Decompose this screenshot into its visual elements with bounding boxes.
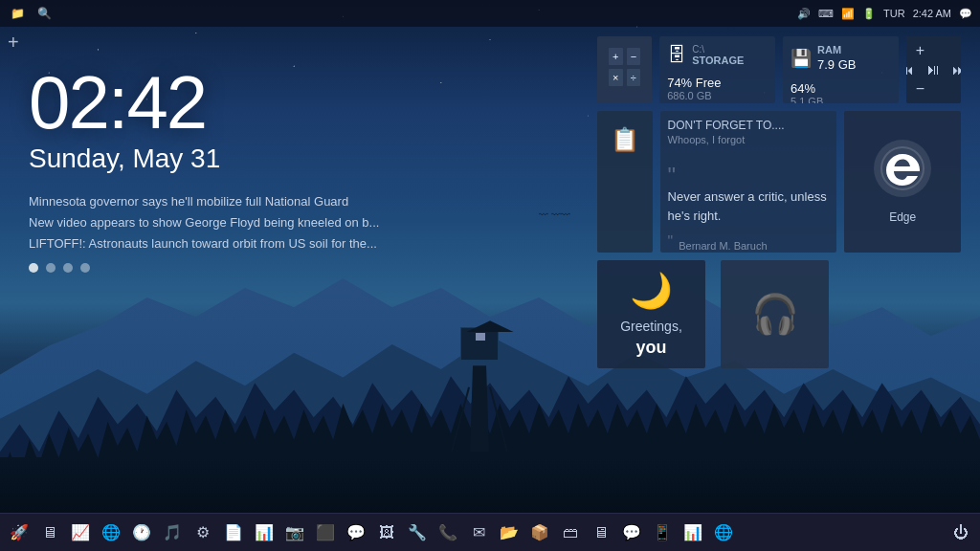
powerpoint-icon[interactable]: 📊	[249, 518, 279, 548]
news-item-2[interactable]: New video appears to show George Floyd b…	[29, 214, 379, 231]
edge-tile[interactable]: Edge	[844, 111, 961, 253]
app1-icon[interactable]: 🗃	[555, 518, 586, 548]
news-dot-1[interactable]	[29, 263, 38, 273]
greetings-name: you	[635, 338, 666, 358]
ram-used-pct: 64%	[791, 81, 891, 96]
note-title: Don't forget to....	[668, 119, 830, 132]
battery-icon[interactable]: 🔋	[862, 8, 876, 20]
ram-icon: 💾	[791, 48, 812, 69]
news-dot-2[interactable]	[46, 263, 56, 273]
calc-div: ÷	[627, 69, 641, 86]
ram-total: 7.9 GB	[817, 57, 856, 72]
notification-icon[interactable]: 💬	[959, 8, 972, 20]
news-item-3[interactable]: LIFTOFF!: Astronauts launch toward orbit…	[29, 235, 379, 253]
edge-label: Edge	[889, 210, 916, 224]
left-panel: 02:42 Sunday, May 31 Minnesota governor …	[29, 65, 379, 273]
photoshop-icon[interactable]: 🖼	[371, 518, 402, 548]
next-icon[interactable]: ⏭	[952, 62, 961, 77]
start-icon[interactable]: 🚀	[4, 518, 34, 548]
news-item-1[interactable]: Minnesota governor says he'll mobilize f…	[29, 193, 379, 210]
browser-icon[interactable]: 🌐	[96, 518, 126, 548]
moon-icon: 🌙	[630, 271, 673, 311]
note-tile[interactable]: 📋	[597, 111, 653, 253]
ram-used-gb: 5.1 GB	[791, 96, 891, 103]
clock-icon[interactable]: 🕐	[126, 518, 157, 548]
storage-free-gb: 686.0 GB	[667, 90, 768, 101]
date: Sunday, May 31	[29, 143, 379, 174]
storage-free-pct: 74% Free	[667, 76, 768, 90]
winrar-icon[interactable]: 📦	[524, 518, 555, 548]
volume-plus[interactable]: +	[916, 42, 924, 59]
ram-tile[interactable]: 💾 RAM 7.9 GB 64% 5.1 GB	[783, 36, 899, 103]
office-icon[interactable]: 📄	[218, 518, 249, 548]
taskbar: 🚀 🖥 📈 🌐 🕐 🎵 ⚙ 📄 📊 📷 ⬛ 💬 🖼 🔧 📞 ✉ 📂 📦 🗃 🖥 …	[0, 513, 980, 551]
folder2-icon[interactable]: 📂	[494, 518, 524, 548]
prev-icon[interactable]: ⏮	[906, 62, 915, 77]
mail-icon[interactable]: ✉	[463, 518, 494, 548]
calc-minus: −	[627, 48, 641, 65]
monitor-icon[interactable]: 📊	[678, 518, 708, 548]
add-widget-button[interactable]: +	[8, 32, 19, 54]
tile-row-3: 🌙 Greetings, you 🎧	[597, 260, 961, 368]
keyboard-icon[interactable]: ⌨	[818, 8, 834, 20]
quote-text: Never answer a critic, unless he's right…	[668, 187, 830, 225]
news-section: Minnesota governor says he'll mobilize f…	[29, 193, 379, 253]
ram-label: RAM	[817, 44, 856, 55]
tile-row-1: + − × ÷ 🗄 C:\ Storage	[597, 36, 961, 103]
calc-plus: +	[609, 48, 623, 65]
activity-icon[interactable]: 📈	[65, 518, 96, 548]
note-icon: 📋	[605, 126, 645, 153]
topbar: 📁 🔍 🔊 ⌨ 📶 🔋 TUR 2:42 AM 💬	[0, 0, 980, 27]
whatsapp2-icon[interactable]: 💬	[616, 518, 647, 548]
note-content: Whoops, I forgot	[668, 134, 830, 145]
time-display: 2:42 AM	[913, 8, 951, 19]
topbar-right: 🔊 ⌨ 📶 🔋 TUR 2:42 AM 💬	[797, 8, 972, 20]
volume-minus[interactable]: −	[916, 80, 924, 98]
language-display[interactable]: TUR	[883, 8, 905, 19]
calculator-tile[interactable]: + − × ÷	[597, 36, 652, 103]
wifi-icon[interactable]: 📶	[841, 8, 855, 20]
headphone-icon: 🎧	[751, 292, 799, 337]
topbar-left: 📁 🔍	[8, 4, 54, 23]
search-icon[interactable]: 🔍	[34, 4, 54, 23]
greetings-text: Greetings,	[620, 319, 682, 334]
storage-icon: 🗄	[667, 44, 686, 66]
play-icon[interactable]: ⏯	[925, 61, 941, 78]
quote-author: Bernard M. Baruch	[679, 240, 767, 252]
app3-icon[interactable]: 📱	[647, 518, 678, 548]
tile-grid: + − × ÷ 🗄 C:\ Storage	[597, 36, 961, 376]
storage-tile[interactable]: 🗄 C:\ Storage 74% Free 686.0 GB	[659, 36, 775, 103]
volume-icon[interactable]: 🔊	[797, 8, 811, 20]
edge-logo	[874, 140, 931, 197]
calc-mult: ×	[609, 69, 623, 86]
storage-label: Storage	[692, 55, 744, 66]
clock: 02:42	[29, 65, 379, 140]
greetings-tile[interactable]: 🌙 Greetings, you	[597, 260, 705, 368]
browser2-icon[interactable]: 🌐	[708, 518, 739, 548]
photos-icon[interactable]: 📷	[279, 518, 310, 548]
media-tile[interactable]: + ⏮ ⏯ ⏭ −	[906, 36, 961, 103]
tools-icon[interactable]: 🔧	[402, 518, 433, 548]
whatsapp-icon[interactable]: 💬	[341, 518, 371, 548]
skype-icon[interactable]: 📞	[433, 518, 463, 548]
folder-icon[interactable]: 📁	[8, 4, 27, 23]
main-content: + 02:42 Sunday, May 31 Minnesota governo…	[0, 27, 980, 513]
quote-tile[interactable]: Don't forget to.... Whoops, I forgot " N…	[660, 111, 837, 253]
news-pagination	[29, 263, 379, 273]
power-icon[interactable]: ⏻	[946, 518, 976, 548]
taskview-icon[interactable]: 🖥	[34, 518, 65, 548]
terminal-icon[interactable]: ⬛	[310, 518, 341, 548]
headphones-tile[interactable]: 🎧	[721, 260, 829, 368]
spotify-icon[interactable]: 🎵	[157, 518, 188, 548]
news-dot-4[interactable]	[80, 263, 90, 273]
tile-row-2: 📋 Don't forget to.... Whoops, I forgot "…	[597, 111, 961, 253]
monitor-tile-icon[interactable]: 🖥	[586, 518, 616, 548]
news-dot-3[interactable]	[63, 263, 73, 273]
settings-icon[interactable]: ⚙	[188, 518, 218, 548]
